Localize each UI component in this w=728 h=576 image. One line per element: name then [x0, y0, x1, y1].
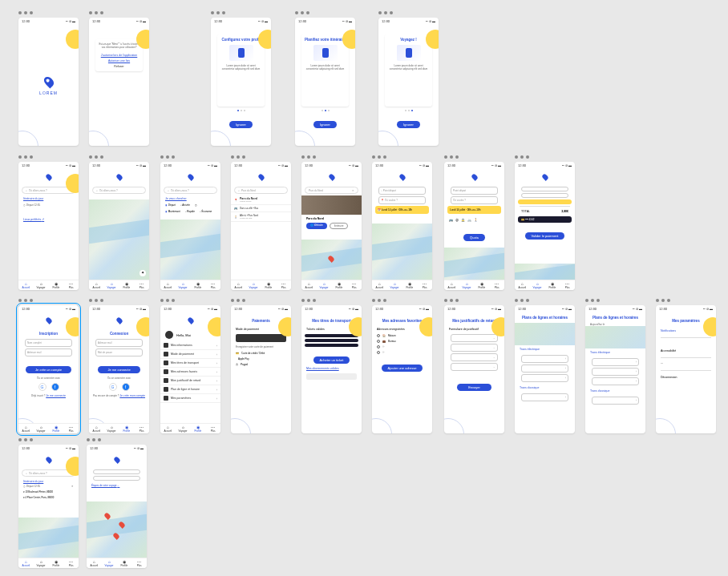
- payment-option[interactable]: 💳Carte de crédit / Débit: [231, 350, 291, 356]
- close-icon[interactable]: ✕: [71, 485, 74, 488]
- map-view[interactable]: [18, 518, 79, 558]
- tab-travel[interactable]: ⌕Voyager: [34, 560, 49, 567]
- frame-handle[interactable]: [160, 155, 220, 159]
- delay-field[interactable]: ⌄: [451, 344, 498, 352]
- tab-travel[interactable]: ⌕Voyager: [34, 282, 49, 289]
- quote-button[interactable]: Quota: [463, 234, 485, 241]
- compass-icon[interactable]: ✦: [140, 270, 146, 276]
- address-item[interactable]: ♡: [372, 349, 432, 355]
- tab-profile[interactable]: ◉Profile: [49, 282, 64, 289]
- line-item[interactable]: ›: [521, 374, 568, 382]
- line-item[interactable]: ›: [521, 355, 568, 363]
- line-item[interactable]: ›: [521, 365, 568, 373]
- tab-more[interactable]: ⋯Plus: [63, 425, 79, 433]
- tab-more[interactable]: ⋯Plus: [560, 282, 575, 289]
- tab-home[interactable]: ⌂Accueil: [89, 425, 104, 433]
- consent-once-button[interactable]: Autoriser une fois: [99, 59, 140, 62]
- tab-profile[interactable]: ◉Profile: [545, 282, 560, 289]
- tab-travel[interactable]: ⌕Voyager: [387, 282, 402, 289]
- frame-handle[interactable]: [87, 438, 147, 441]
- google-button[interactable]: G: [109, 383, 117, 391]
- poi-item[interactable]: 🚌Dans sa ville • Bus: [231, 205, 291, 212]
- from-input[interactable]: [521, 187, 568, 191]
- add-address-button[interactable]: Ajouter une adresse: [382, 365, 423, 372]
- tab-travel[interactable]: ⌕Voyager: [104, 282, 119, 289]
- tab-more[interactable]: ⋯Plus: [489, 282, 504, 289]
- saved-link[interactable]: Lieux préférés: [23, 218, 41, 221]
- filter-depart[interactable]: ◉ Départ: [165, 203, 176, 207]
- frame-handle[interactable]: [656, 299, 716, 302]
- close-icon[interactable]: ✕: [352, 189, 354, 192]
- tab-travel[interactable]: ⌕Voyager: [104, 425, 119, 433]
- tab-home[interactable]: ⌂Accueil: [160, 425, 176, 433]
- frame-handle[interactable]: [301, 155, 362, 159]
- tab-profile[interactable]: ◉Profile: [49, 425, 64, 433]
- tab-travel[interactable]: ⌕Voyager: [246, 282, 261, 289]
- tab-travel[interactable]: ⌕Voyager: [176, 282, 191, 289]
- ticket-item[interactable]: [305, 339, 358, 342]
- frame-handle[interactable]: [372, 155, 432, 159]
- frame-handle[interactable]: [89, 11, 149, 14]
- payment-option[interactable]: ⓅPaypal: [231, 361, 291, 367]
- tab-travel[interactable]: ⌕Voyager: [459, 282, 475, 289]
- tab-more[interactable]: ⋯Plus: [134, 425, 149, 433]
- search-input[interactable]: ⌕Parc du Nord: [234, 187, 288, 194]
- line-item[interactable]: ›: [592, 397, 639, 405]
- tab-profile[interactable]: ◉Profile: [191, 282, 206, 289]
- filter-quick[interactable]: ○ Rapide: [185, 210, 195, 213]
- frame-handle[interactable]: [295, 11, 355, 14]
- send-button[interactable]: Envoyer: [457, 384, 491, 391]
- facebook-button[interactable]: f: [51, 383, 59, 391]
- tab-profile[interactable]: ◉Profile: [402, 282, 418, 289]
- tab-home[interactable]: ⌂Accueil: [87, 560, 102, 567]
- frame-handle[interactable]: [89, 155, 149, 159]
- tab-more[interactable]: ⋯Plus: [205, 425, 220, 433]
- tab-home[interactable]: ⌂Accueil: [18, 560, 34, 567]
- settings-item[interactable]: Accessibilité: [656, 340, 716, 356]
- map-view[interactable]: [160, 220, 220, 280]
- tab-home[interactable]: ⌂Accueil: [18, 282, 34, 289]
- menu-item[interactable]: Mes paramètres›: [160, 394, 220, 403]
- to-input[interactable]: [521, 193, 568, 198]
- tab-more[interactable]: ⋯Plus: [346, 282, 362, 289]
- tab-more[interactable]: ⋯Plus: [205, 282, 220, 289]
- date-selector[interactable]: 📅 Lundi 14 juillet · 08h–ou–18h: [375, 206, 429, 214]
- date-selector[interactable]: [518, 199, 572, 204]
- plan-map[interactable]: [515, 323, 575, 345]
- tab-profile[interactable]: ◉Profile: [475, 282, 490, 289]
- address-item[interactable]: ♡: [372, 344, 432, 349]
- date-selector[interactable]: Lundi 14 juillet · 08h–ou–18h: [447, 206, 501, 214]
- map-view[interactable]: [87, 501, 147, 558]
- tab-home[interactable]: ⌂Accueil: [372, 282, 387, 289]
- frame-handle[interactable]: [18, 438, 79, 441]
- login-link[interactable]: Je me connecte: [46, 394, 66, 397]
- line-item[interactable]: ›: [521, 393, 568, 401]
- signup-button[interactable]: Je crée un compte: [26, 366, 71, 373]
- tab-profile[interactable]: ◉Profile: [119, 425, 135, 433]
- frame-handle[interactable]: [444, 299, 504, 302]
- delay-field[interactable]: ⌄: [451, 353, 498, 361]
- frame-handle[interactable]: [515, 155, 575, 159]
- menu-item[interactable]: Mode de paiement›: [160, 350, 220, 359]
- tab-more[interactable]: ⋯Plus: [417, 282, 432, 289]
- to-input[interactable]: Où voulez ?: [451, 196, 498, 204]
- tab-more[interactable]: ⋯Plus: [134, 282, 149, 289]
- filter-now[interactable]: ◉ Maintenant: [165, 210, 180, 213]
- website-button[interactable]: 🌐 Website: [306, 223, 327, 229]
- google-button[interactable]: G: [38, 383, 47, 391]
- poi-item[interactable]: 🚶Aller à • Parc NordFinale de l'été: [231, 212, 291, 222]
- line-item[interactable]: ›: [592, 368, 639, 376]
- tab-travel[interactable]: ⌕Voyager: [530, 282, 545, 289]
- tab-home[interactable]: ⌂Accueil: [515, 282, 530, 289]
- frame-handle[interactable]: [18, 155, 79, 159]
- tab-travel[interactable]: ⌕Voyager: [317, 282, 332, 289]
- skip-button[interactable]: Ignorer: [229, 121, 253, 128]
- frame-handle[interactable]: [301, 299, 362, 302]
- map-view[interactable]: [515, 264, 575, 280]
- search-input[interactable]: ⌕Où allons-nous ?: [92, 187, 146, 194]
- frame-handle[interactable]: [515, 299, 575, 302]
- buy-ticket-button[interactable]: Acheter un ticket: [313, 356, 350, 364]
- signup-link[interactable]: Je crée mon compte: [119, 394, 145, 397]
- frame-handle[interactable]: [585, 299, 645, 302]
- steps-link[interactable]: Étapes de votre voyage: [91, 484, 117, 487]
